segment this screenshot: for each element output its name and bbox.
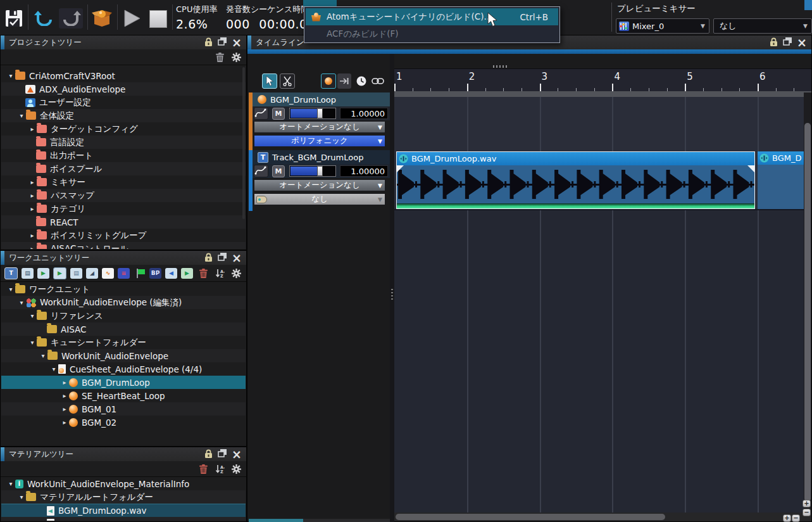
undo-button[interactable] bbox=[33, 10, 56, 27]
expand-icon[interactable]: ▸ bbox=[28, 205, 37, 212]
preview-aux-select[interactable]: なし ▼ bbox=[713, 18, 812, 34]
expand-icon[interactable]: ▸ bbox=[28, 232, 37, 239]
collapse-icon[interactable]: ▾ bbox=[17, 493, 26, 500]
project-tree-scrollbar[interactable] bbox=[242, 67, 245, 219]
aisac-curve-icon[interactable]: ∿ bbox=[102, 268, 114, 279]
float-window-icon[interactable] bbox=[218, 253, 227, 263]
tree-item[interactable]: ▸AISACコントロール bbox=[1, 242, 246, 249]
timeline-hscrollbar[interactable] bbox=[394, 512, 811, 521]
lock-icon[interactable] bbox=[204, 449, 213, 460]
lock-icon[interactable] bbox=[204, 253, 213, 264]
splitter-grip[interactable] bbox=[391, 289, 393, 302]
tree-item[interactable]: ▸ターゲットコンフィグ bbox=[1, 122, 246, 136]
trackheader-hscrollbar[interactable] bbox=[249, 519, 390, 522]
cue-volume-value[interactable]: 1.00000 bbox=[340, 108, 388, 119]
time-display-button[interactable] bbox=[354, 73, 369, 89]
vzoom-out-button[interactable]: − bbox=[803, 509, 811, 516]
timeline-overview-bar[interactable] bbox=[247, 49, 811, 54]
cue-playback-type-select[interactable]: ポリフォニック ▼ bbox=[254, 135, 385, 147]
column-splitter[interactable] bbox=[390, 54, 394, 522]
tree-item[interactable]: ▸カテゴリ bbox=[1, 202, 246, 215]
slider-handle[interactable] bbox=[317, 108, 323, 118]
lock-icon[interactable] bbox=[770, 37, 778, 48]
menu-item-build-cuesheet-binary[interactable]: Atomキューシートバイナリのビルド(C)... Ctrl+B bbox=[306, 8, 558, 25]
envelope-icon[interactable] bbox=[254, 107, 268, 120]
waveform-clip-bgm-drumloop[interactable]: BGM_DrumLoop.wav bbox=[396, 151, 755, 209]
tree-item[interactable]: ▾WorkUnit_AudioEnvelope (編集済) bbox=[1, 296, 246, 309]
collapse-icon[interactable]: ▾ bbox=[6, 72, 15, 79]
hzoom-in-button[interactable]: + bbox=[783, 514, 791, 522]
float-window-icon[interactable] bbox=[218, 449, 227, 459]
tree-item[interactable]: 出力ポート bbox=[1, 149, 246, 162]
tree-item[interactable]: AISAC bbox=[1, 322, 246, 336]
tree-item[interactable]: ▾CueSheet_AudioEnvelope (4/4) bbox=[1, 362, 246, 376]
play-button[interactable] bbox=[123, 9, 142, 28]
build-button[interactable] bbox=[91, 7, 113, 29]
tree-item[interactable]: ▸BGM_DrumLoop bbox=[1, 376, 246, 389]
tree-item[interactable]: ▸BGM_01 bbox=[1, 402, 246, 416]
flag-icon[interactable] bbox=[134, 268, 146, 279]
tree-item[interactable]: BGM_DrumLoop.wav bbox=[1, 504, 246, 517]
collapse-icon[interactable]: ▾ bbox=[28, 339, 37, 346]
tree-item[interactable]: ▾全体設定 bbox=[1, 109, 246, 122]
collapse-icon[interactable]: ▾ bbox=[39, 352, 47, 359]
tree-item[interactable]: ▸SE_HeartBeat_Loop bbox=[1, 389, 246, 402]
collapse-icon[interactable]: ▾ bbox=[6, 286, 15, 293]
tree-item[interactable]: ▾WorkUnit_AudioEnvelope bbox=[1, 349, 246, 362]
mixer-strip-icon[interactable]: ≡ bbox=[118, 268, 130, 279]
hzoom-out-button[interactable]: − bbox=[792, 514, 800, 522]
tree-item[interactable]: 言語設定 bbox=[1, 136, 246, 149]
trash-icon[interactable] bbox=[197, 464, 209, 474]
tree-item[interactable]: ▸ミキサー bbox=[1, 175, 246, 189]
preview-mixer-select[interactable]: Mixer_0 ▼ bbox=[616, 18, 709, 34]
track-automation-select[interactable]: オートメーションなし ▼ bbox=[254, 179, 385, 191]
bp-icon[interactable]: BP bbox=[149, 268, 161, 279]
tree-item[interactable]: REACT bbox=[1, 215, 246, 229]
gear-icon[interactable] bbox=[230, 52, 242, 63]
mute-button[interactable]: M bbox=[272, 165, 285, 177]
tree-item[interactable]: ADX_AudioEnvelope bbox=[1, 82, 246, 96]
timeline-empty-area[interactable] bbox=[394, 210, 811, 512]
timeline-block-bar[interactable] bbox=[394, 91, 811, 97]
collapse-icon[interactable]: ▾ bbox=[17, 299, 26, 306]
track-volume-slider[interactable] bbox=[289, 165, 336, 177]
close-icon[interactable]: × bbox=[232, 450, 242, 459]
expand-icon[interactable]: ▸ bbox=[28, 192, 37, 199]
window-corner-button[interactable] bbox=[804, 0, 812, 10]
vzoom-in-button[interactable]: + bbox=[803, 500, 811, 507]
tree-item[interactable]: ▾WorkUnit_AudioEnvelope_MaterialInfo bbox=[1, 477, 246, 490]
slider-handle[interactable] bbox=[317, 166, 323, 176]
trash-gray-icon[interactable] bbox=[214, 52, 226, 63]
float-window-icon[interactable] bbox=[218, 37, 227, 48]
select-tool-button[interactable] bbox=[262, 73, 277, 89]
tree-item[interactable]: ▾CriAtomCraftV3Root bbox=[1, 69, 246, 82]
splitter-handle[interactable] bbox=[493, 65, 508, 68]
track-title-row[interactable]: T Track_BGM_DrumLoop bbox=[253, 150, 390, 164]
collapse-icon[interactable]: ▾ bbox=[49, 366, 58, 372]
stop-button[interactable] bbox=[149, 10, 167, 28]
gear-icon[interactable] bbox=[230, 268, 242, 279]
timeline-import-icon[interactable]: ◀ bbox=[165, 268, 177, 279]
track-volume-value[interactable]: 1.00000 bbox=[340, 165, 388, 177]
split-tool-button[interactable] bbox=[280, 73, 295, 89]
sort-icon[interactable]: AZ bbox=[214, 464, 226, 474]
mute-button[interactable]: M bbox=[272, 108, 285, 120]
expand-icon[interactable]: ▸ bbox=[60, 405, 69, 412]
tree-item[interactable]: ▾ワークユニット bbox=[1, 283, 246, 296]
clip-header[interactable]: BGM_DrumLoop.wav bbox=[397, 152, 754, 165]
menu-item-build-acf-only[interactable]: ACFのみビルド(F) bbox=[306, 25, 558, 42]
timeline-grid-icon[interactable]: ▶ bbox=[53, 267, 66, 279]
lock-icon[interactable] bbox=[204, 37, 213, 48]
timeline-export-icon[interactable]: ▶ bbox=[181, 268, 193, 279]
clip-waveform-area[interactable] bbox=[397, 165, 754, 203]
collapse-icon[interactable]: ▾ bbox=[28, 312, 37, 319]
tree-item[interactable]: ボイスプール bbox=[1, 162, 246, 175]
tree-item[interactable]: SE_HeartBeat_Loop.wav bbox=[1, 517, 246, 521]
gear-icon[interactable] bbox=[230, 464, 242, 474]
tree-item[interactable]: ユーザー設定 bbox=[1, 96, 246, 109]
cue-volume-slider[interactable] bbox=[289, 108, 336, 119]
expand-icon[interactable]: ▸ bbox=[28, 125, 37, 132]
float-window-icon[interactable] bbox=[783, 37, 792, 48]
track-selector-select[interactable]: なし ▼ bbox=[254, 193, 385, 205]
envelope-icon[interactable] bbox=[254, 165, 268, 177]
